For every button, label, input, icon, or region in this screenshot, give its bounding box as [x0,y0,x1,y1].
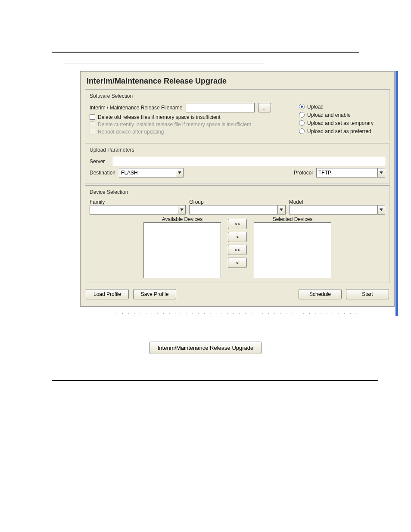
model-label: Model [289,199,385,205]
destination-select[interactable] [119,168,184,177]
panel-title: Interim/Maintenance Release Upgrade [81,76,394,87]
bottom-right-buttons: Schedule Start [299,289,389,299]
load-profile-button[interactable]: Load Profile [86,289,129,299]
selected-col: Selected Devices [254,216,331,278]
interim-maintenance-nav-button[interactable]: Interim/Maintenance Release Upgrade [149,342,262,354]
radio-icon [299,112,305,118]
radio-icon [299,128,305,134]
filename-label: Interim / Maintenance Release Filename [90,105,182,111]
chevron-down-icon [377,205,385,215]
panel-container: Interim/Maintenance Release Upgrade Soft… [80,71,398,316]
radio-icon [299,104,305,109]
selected-label: Selected Devices [254,216,331,222]
chevron-down-icon [377,168,385,177]
dest-protocol-row: Destination Protocol [90,168,385,177]
radio-upload-row[interactable]: Upload [299,104,385,110]
radio-upload-label: Upload [307,104,324,110]
checkbox-delete-current-row: Delete currently installed release file … [90,121,295,128]
svg-marker-2 [180,208,184,211]
destination-label: Destination [90,170,115,176]
server-row: Server [90,157,385,166]
software-selection-radios: Upload Upload and enable Upload and set … [295,102,385,137]
group-value [189,205,277,215]
software-selection-legend: Software Selection [90,93,385,102]
selected-listbox[interactable] [254,222,331,278]
move-all-right-button[interactable]: >> [228,219,247,229]
move-right-button[interactable]: > [228,232,247,242]
checkbox-icon [90,129,95,134]
available-col: Available Devices [143,216,221,278]
upload-parameters-group: Upload Parameters Server Destination Pro… [85,143,390,184]
filename-row: Interim / Maintenance Release Filename .… [90,103,295,112]
bottom-left-buttons: Load Profile Save Profile [86,289,176,299]
radio-upload-enable-row[interactable]: Upload and enable [299,112,385,118]
svg-marker-4 [380,208,383,211]
checkbox-icon [90,121,95,127]
device-selection-legend: Device Selection [90,189,385,198]
upgrade-panel: Interim/Maintenance Release Upgrade Soft… [80,71,395,307]
browse-button[interactable]: ... [258,103,271,112]
device-selection-group: Device Selection Family Group [85,185,390,283]
destination-value [119,168,176,177]
software-selection-group: Software Selection Interim / Maintenance… [85,89,390,141]
checkbox-delete-old-label: Delete old release files if memory space… [98,114,221,120]
radio-upload-temp-label: Upload and set as temporary [307,120,374,126]
available-listbox[interactable] [143,222,221,278]
protocol-value [316,168,377,177]
nav-button-wrap: Interim/Maintenance Release Upgrade [0,342,411,354]
fgm-row: Family Group Model [90,199,385,215]
divider-bottom [52,380,378,381]
radio-upload-pref-row[interactable]: Upload and set as preferred [299,128,385,134]
checkbox-delete-old-row[interactable]: Delete old release files if memory space… [90,114,295,120]
checkbox-delete-current-label: Delete currently installed release file … [98,121,251,128]
resize-dots: · · · · · · · · · · · · · · · · · · · · … [80,307,395,316]
family-value [90,205,178,215]
family-label: Family [90,199,186,205]
available-label: Available Devices [143,216,221,222]
checkbox-reboot-row: Reboot device after updating [90,129,295,135]
software-selection-body: Interim / Maintenance Release Filename .… [90,102,385,137]
radio-icon [299,120,305,126]
model-select[interactable] [289,205,385,215]
upload-parameters-legend: Upload Parameters [90,147,385,156]
family-select[interactable] [90,205,186,215]
transfer-buttons: >> > << < [228,219,247,268]
svg-marker-3 [280,208,283,211]
checkbox-reboot-label: Reboot device after updating [98,129,164,135]
chevron-down-icon [277,205,285,215]
divider-top [52,52,359,53]
divider-sub [64,63,265,63]
model-value [289,205,377,215]
start-button[interactable]: Start [346,289,389,299]
protocol-select[interactable] [316,168,385,177]
move-all-left-button[interactable]: << [228,245,247,255]
radio-upload-temp-row[interactable]: Upload and set as temporary [299,120,385,126]
device-transfer: Available Devices >> > << < Selected Dev… [90,216,385,278]
move-left-button[interactable]: < [228,258,247,268]
radio-upload-enable-label: Upload and enable [307,112,351,118]
protocol-label: Protocol [294,170,313,176]
svg-marker-0 [178,171,181,174]
schedule-button[interactable]: Schedule [299,289,342,299]
family-col: Family [90,199,186,215]
model-col: Model [289,199,385,215]
svg-marker-1 [380,171,383,174]
chevron-down-icon [176,168,184,177]
server-input[interactable] [113,157,385,166]
group-select[interactable] [189,205,285,215]
radio-upload-pref-label: Upload and set as preferred [307,128,371,134]
software-selection-left: Interim / Maintenance Release Filename .… [90,102,295,137]
bottom-button-row: Load Profile Save Profile Schedule Start [86,289,389,299]
save-profile-button[interactable]: Save Profile [133,289,176,299]
filename-input[interactable] [186,103,255,112]
group-label: Group [189,199,285,205]
checkbox-icon [90,114,95,120]
group-col: Group [189,199,285,215]
chevron-down-icon [178,205,186,215]
server-label: Server [90,159,109,165]
